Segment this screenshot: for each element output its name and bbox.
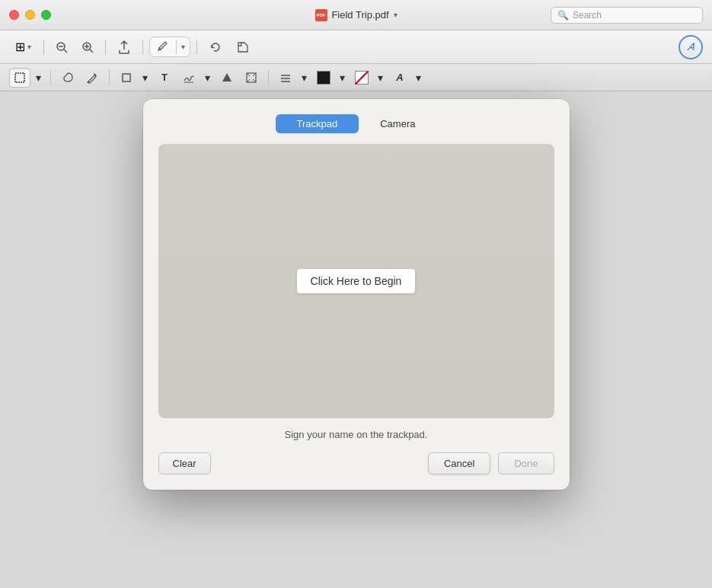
titlebar: PDF Field Trip.pdf ▾ 🔍 xyxy=(0,0,712,30)
signature-dialog: Trackpad Camera Click Here to Begin Sign… xyxy=(143,99,570,490)
title-chevron-icon[interactable]: ▾ xyxy=(394,11,398,19)
zoom-in-icon xyxy=(81,41,94,53)
window-title: PDF Field Trip.pdf ▾ xyxy=(314,9,397,21)
toolbar2: ▾ ▾ T ▾ xyxy=(0,64,712,91)
minimize-button[interactable] xyxy=(25,10,35,20)
share-button[interactable] xyxy=(112,36,136,59)
signature-area[interactable]: Click Here to Begin xyxy=(158,144,554,418)
line-style-icon xyxy=(279,72,292,84)
tab-camera[interactable]: Camera xyxy=(359,114,436,133)
shapes-icon xyxy=(120,72,133,84)
fill-color-group: ▾ xyxy=(313,68,348,88)
stroke-color-swatch xyxy=(355,71,369,85)
search-icon: 🔍 xyxy=(557,10,569,21)
share-icon xyxy=(118,40,130,54)
svg-rect-8 xyxy=(123,74,130,81)
sign-tool-group: ▾ xyxy=(178,68,213,88)
zoom-in-button[interactable] xyxy=(76,36,99,59)
shapes-tool-button[interactable] xyxy=(116,68,137,88)
markup-button[interactable]: 𝘈 xyxy=(678,35,703,59)
stroke-color-dropdown-button[interactable]: ▾ xyxy=(374,68,386,88)
search-bar[interactable]: 🔍 xyxy=(551,7,703,24)
annotate-button[interactable] xyxy=(150,37,176,56)
sign-dropdown-button[interactable]: ▾ xyxy=(201,68,213,88)
fill-color-dropdown-button[interactable]: ▾ xyxy=(336,68,348,88)
annotate-dropdown-button[interactable]: ▾ xyxy=(176,40,190,54)
font-dropdown-button[interactable]: ▾ xyxy=(412,68,424,88)
tab-trackpad[interactable]: Trackpad xyxy=(276,114,359,133)
pdf-icon: PDF xyxy=(314,9,327,21)
traffic-lights xyxy=(9,10,51,20)
main-content: Trackpad Camera Click Here to Begin Sign… xyxy=(0,91,712,588)
sign-icon xyxy=(183,72,195,84)
font-group: A ▾ xyxy=(389,68,424,88)
select-rect-icon xyxy=(14,72,26,84)
dialog-buttons: Clear Cancel Done xyxy=(158,452,554,475)
select-dropdown-button[interactable]: ▾ xyxy=(32,68,44,88)
pencil-icon xyxy=(86,72,98,84)
stroke-color-group: ▾ xyxy=(351,68,386,88)
line-style-group: ▾ xyxy=(275,68,310,88)
crop-button[interactable] xyxy=(231,36,255,59)
shapes-tool-group: ▾ xyxy=(116,68,151,88)
cancel-button[interactable]: Cancel xyxy=(428,452,490,475)
clear-button[interactable]: Clear xyxy=(158,452,211,475)
lasso-tool-button[interactable] xyxy=(57,68,78,88)
shapes-dropdown-button[interactable]: ▾ xyxy=(139,68,151,88)
text-tool-button[interactable]: T xyxy=(154,68,175,88)
divider7 xyxy=(268,70,269,85)
stroke-color-button[interactable] xyxy=(351,68,372,88)
line-style-button[interactable] xyxy=(275,68,296,88)
divider2 xyxy=(105,40,106,55)
click-here-button[interactable]: Click Here to Begin xyxy=(296,268,417,294)
zoom-area-group xyxy=(241,68,262,88)
divider1 xyxy=(43,40,44,55)
zoom-area-icon xyxy=(245,72,257,84)
select-tool-button[interactable] xyxy=(9,68,30,88)
close-button[interactable] xyxy=(9,10,19,20)
text-icon: T xyxy=(161,72,168,83)
rotate-icon xyxy=(209,41,222,53)
svg-line-4 xyxy=(90,50,93,53)
line-style-dropdown-button[interactable]: ▾ xyxy=(298,68,310,88)
done-button: Done xyxy=(498,452,554,475)
rotate-button[interactable] xyxy=(203,36,228,59)
svg-rect-7 xyxy=(15,73,24,82)
search-input[interactable] xyxy=(573,10,696,21)
toolbar1: ⊞ ▾ ▾ xyxy=(0,30,712,64)
stamp-icon xyxy=(221,72,233,84)
fill-color-swatch xyxy=(317,71,330,85)
crop-icon xyxy=(237,41,249,53)
zoom-area-button[interactable] xyxy=(241,68,262,88)
maximize-button[interactable] xyxy=(41,10,51,20)
font-icon: A xyxy=(396,72,403,83)
title-text: Field Trip.pdf xyxy=(331,9,388,21)
fill-color-button[interactable] xyxy=(313,68,334,88)
select-tool-group: ▾ xyxy=(9,68,44,88)
sign-tool-button[interactable] xyxy=(178,68,200,88)
zoom-out-icon xyxy=(56,41,68,53)
annotate-group: ▾ xyxy=(149,37,190,57)
sidebar-toggle-button[interactable]: ⊞ ▾ xyxy=(9,36,37,58)
divider6 xyxy=(109,70,110,85)
pen-icon xyxy=(158,40,168,51)
zoom-out-button[interactable] xyxy=(50,36,73,59)
pencil-tool-button[interactable] xyxy=(81,68,103,88)
stamp-tool-button[interactable] xyxy=(216,68,238,88)
font-button[interactable]: A xyxy=(389,68,410,88)
dialog-overlay: Trackpad Camera Click Here to Begin Sign… xyxy=(0,91,712,588)
svg-line-1 xyxy=(64,50,67,53)
lasso-icon xyxy=(62,72,74,84)
button-group-right: Cancel Done xyxy=(428,452,554,475)
markup-icon: 𝘈 xyxy=(688,40,694,53)
hint-text: Sign your name on the trackpad. xyxy=(158,429,554,440)
divider4 xyxy=(196,40,197,55)
sidebar-icon: ⊞ xyxy=(15,40,25,54)
divider5 xyxy=(50,70,51,85)
tab-bar: Trackpad Camera xyxy=(158,114,554,133)
divider3 xyxy=(142,40,143,55)
sidebar-chevron-icon: ▾ xyxy=(27,43,31,51)
